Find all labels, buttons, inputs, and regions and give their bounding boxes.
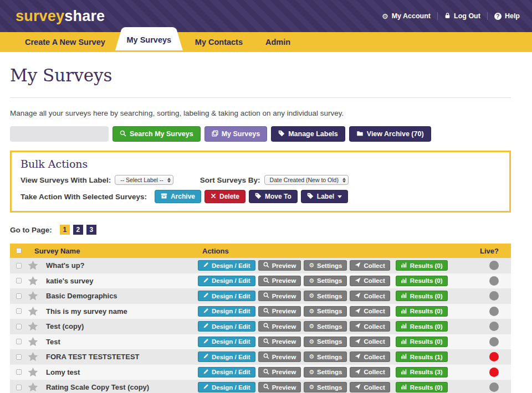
my-surveys-button[interactable]: My Surveys [204,126,267,142]
row-checkbox[interactable] [16,369,22,375]
archive-button[interactable]: Archive [155,190,201,203]
manage-labels-button[interactable]: Manage Labels [271,126,345,142]
preview-button[interactable]: Preview [258,382,301,392]
settings-button[interactable]: ⚙ Settings [304,351,347,362]
row-checkbox[interactable] [16,278,22,283]
gear-icon: ⚙ [309,354,314,360]
preview-label: Preview [272,293,296,299]
tab-my-surveys[interactable]: My Surveys [115,27,183,50]
collect-button[interactable]: Collect [350,382,390,392]
table-row: Test (copy) Design / Edit Preview ⚙ Sett… [10,319,511,334]
collect-label: Collect [364,277,385,284]
design-edit-button[interactable]: Design / Edit [198,276,255,286]
row-checkbox[interactable] [16,354,22,360]
label-button[interactable]: Label [301,190,348,203]
settings-button[interactable]: ⚙ Settings [304,291,347,301]
favorite-star-icon[interactable] [28,291,41,301]
favorite-star-icon[interactable] [28,321,41,332]
live-indicator [489,291,499,301]
preview-button[interactable]: Preview [258,337,301,347]
preview-button[interactable]: Preview [258,321,301,332]
help-link[interactable]: ? Help [494,12,520,20]
settings-button[interactable]: ⚙ Settings [304,321,347,332]
page-button-2[interactable]: 2 [73,225,83,235]
page-button-1[interactable]: 1 [60,225,70,235]
favorite-star-icon[interactable] [28,306,41,317]
live-indicator [489,322,499,331]
select-arrows-icon [167,178,171,183]
row-checkbox[interactable] [16,308,22,314]
settings-label: Settings [317,262,342,269]
preview-button[interactable]: Preview [258,351,301,362]
settings-button[interactable]: ⚙ Settings [304,276,347,286]
help-icon: ? [494,13,502,20]
bar-chart-icon [401,369,407,376]
design-edit-button[interactable]: Design / Edit [198,367,255,378]
settings-button[interactable]: ⚙ Settings [304,367,347,378]
surveyshare-logo[interactable]: surveyshare [16,8,105,25]
page-button-3[interactable]: 3 [86,225,96,235]
paper-plane-icon [355,353,361,360]
row-checkbox[interactable] [16,339,22,344]
search-icon [120,130,126,138]
collect-button[interactable]: Collect [350,351,390,362]
logo-text-survey: survey [16,8,64,24]
label-filter-value: -- Select Label -- [120,177,163,183]
favorite-star-icon[interactable] [28,276,41,286]
design-edit-button[interactable]: Design / Edit [198,382,255,392]
search-icon [263,277,269,285]
collect-button[interactable]: Collect [350,306,390,317]
preview-button[interactable]: Preview [258,306,301,317]
design-edit-button[interactable]: Design / Edit [198,291,255,301]
row-checkbox[interactable] [16,385,22,390]
design-edit-button[interactable]: Design / Edit [198,321,255,332]
settings-button[interactable]: ⚙ Settings [304,260,347,271]
preview-button[interactable]: Preview [258,291,301,301]
collect-button[interactable]: Collect [350,321,390,332]
settings-button[interactable]: ⚙ Settings [304,306,347,317]
design-edit-button[interactable]: Design / Edit [198,306,255,317]
favorite-star-icon[interactable] [28,351,41,362]
design-edit-button[interactable]: Design / Edit [198,260,255,271]
label-filter-select[interactable]: -- Select Label -- [115,175,173,185]
sort-select[interactable]: Date Created (New to Old) [264,175,349,185]
bar-chart-icon [401,277,407,285]
collect-button[interactable]: Collect [350,337,390,347]
favorite-star-icon[interactable] [28,260,41,271]
tab-admin[interactable]: Admin [265,38,290,46]
search-input[interactable] [10,126,109,142]
collect-button[interactable]: Collect [350,367,390,378]
favorite-star-icon[interactable] [28,337,41,347]
favorite-star-icon[interactable] [28,367,41,378]
design-edit-label: Design / Edit [212,323,250,330]
collect-button[interactable]: Collect [350,260,390,271]
move-to-label: Move To [265,193,291,200]
preview-button[interactable]: Preview [258,260,301,271]
select-all-checkbox[interactable] [16,248,22,254]
table-row: What's up? Design / Edit Preview ⚙ Setti… [10,258,511,273]
view-archive-button[interactable]: View Archive (70) [349,126,431,142]
collect-button[interactable]: Collect [350,276,390,286]
log-out-link[interactable]: Log Out [444,12,480,20]
row-actions: Design / Edit Preview ⚙ Settings Collect… [198,337,431,347]
settings-button[interactable]: ⚙ Settings [304,337,347,347]
bar-chart-icon [401,384,407,391]
move-to-button[interactable]: Move To [249,190,298,203]
preview-button[interactable]: Preview [258,276,301,286]
tab-create-new-survey[interactable]: Create A New Survey [25,38,105,46]
bar-chart-icon [401,292,407,299]
search-my-surveys-button[interactable]: Search My Surveys [112,126,201,142]
sort-surveys-label: Sort Surveys By: [200,176,260,184]
row-checkbox[interactable] [16,263,22,268]
tab-my-contacts[interactable]: My Contacts [195,38,243,46]
design-edit-button[interactable]: Design / Edit [198,351,255,362]
favorite-star-icon[interactable] [28,382,41,392]
delete-button[interactable]: Delete [204,190,245,203]
row-checkbox[interactable] [16,293,22,299]
preview-button[interactable]: Preview [258,367,301,378]
design-edit-button[interactable]: Design / Edit [198,337,255,347]
row-checkbox[interactable] [16,324,22,329]
settings-button[interactable]: ⚙ Settings [304,382,347,392]
my-account-link[interactable]: ⚙ My Account [382,12,431,20]
collect-button[interactable]: Collect [350,291,390,301]
